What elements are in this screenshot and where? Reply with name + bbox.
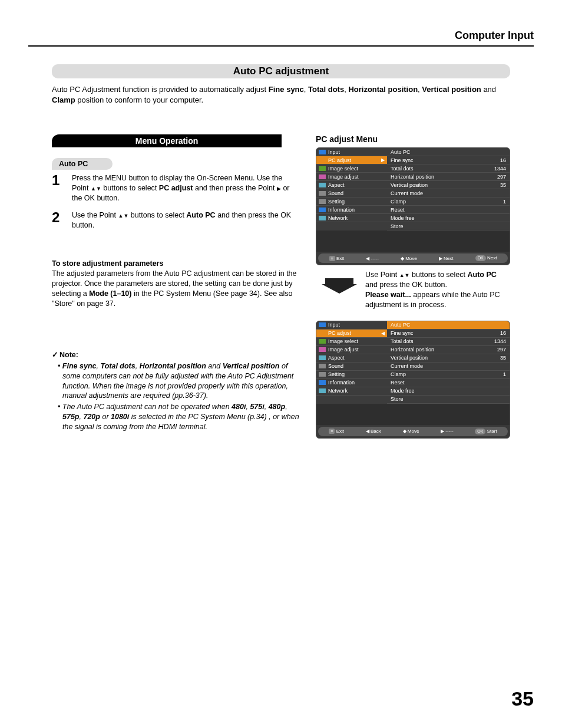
step-number: 2 <box>52 210 72 230</box>
menu-icon <box>319 216 326 220</box>
triangle-up-icon <box>91 184 96 192</box>
step-2: 2 Use the Point buttons to select Auto P… <box>52 210 300 230</box>
page-header: Computer Input <box>28 29 534 42</box>
menu-item: Image select <box>328 338 358 344</box>
menu-icon <box>319 322 326 327</box>
menu-item: Information <box>328 207 355 213</box>
osd-footer: ≡ Exit ◀ ----- ◆ Move ▶ Next OK Next <box>318 253 508 263</box>
autopc-label: Auto PC <box>52 158 113 170</box>
step-text: Use the Point buttons to select Auto PC … <box>72 210 300 230</box>
menu-item: Input <box>328 322 340 328</box>
ok-pill-icon: OK <box>475 429 485 434</box>
chevron-left-icon: ◀ <box>381 331 385 336</box>
intro-paragraph: Auto PC Adjustment function is provided … <box>52 84 510 105</box>
page-title: Auto PC adjustment <box>52 64 510 78</box>
menu-pill-icon: ≡ <box>329 256 335 261</box>
menu-item: Setting <box>328 371 345 377</box>
intro-bold: Fine sync <box>269 85 304 94</box>
menu-icon <box>319 150 326 154</box>
menu-item: Sound <box>328 363 343 369</box>
osd-right-panel: Auto PC Fine sync16 Total dots1344 Horiz… <box>387 321 510 404</box>
osd-value-label: Auto PC <box>391 149 411 155</box>
menu-icon <box>319 331 326 335</box>
menu-item: Image adjust <box>328 174 359 180</box>
osd-left-menu: Input PC adjust▶ Image select Image adju… <box>316 148 387 230</box>
step-text: Press the MENU button to display the On-… <box>72 173 300 203</box>
menu-icon <box>319 388 326 393</box>
menu-item: Input <box>328 149 340 155</box>
menu-item: Aspect <box>328 182 345 188</box>
section-label: Computer Input <box>455 29 534 41</box>
menu-operation-heading: Menu Operation <box>52 134 282 147</box>
osd-footer: ≡ Exit ◀ Back ◆ Move ▶ ----- OK Start <box>318 427 508 436</box>
arrow-down-icon <box>322 278 357 294</box>
osd-value-label-active: Auto PC <box>391 322 411 328</box>
menu-item: Image select <box>328 166 358 172</box>
menu-icon <box>319 207 326 212</box>
menu-icon <box>319 372 326 377</box>
store-body: The adjusted parameters from the Auto PC… <box>52 269 300 309</box>
menu-icon <box>319 347 326 352</box>
menu-item: Aspect <box>328 355 345 361</box>
menu-icon <box>319 174 326 179</box>
menu-pill-icon: ≡ <box>329 429 335 434</box>
menu-icon <box>319 380 326 385</box>
menu-icon <box>319 199 326 204</box>
triangle-down-icon <box>96 184 101 192</box>
menu-item: Image adjust <box>328 347 359 353</box>
triangle-up-icon <box>399 271 405 279</box>
osd-right-panel: Auto PC Fine sync16 Total dots1344 Horiz… <box>387 148 510 230</box>
menu-icon <box>319 364 326 368</box>
triangle-right-icon <box>277 184 281 192</box>
note-item: • The Auto PC adjustment can not be oper… <box>58 402 300 432</box>
menu-icon <box>319 339 326 344</box>
pc-adjust-menu-heading: PC adjust Menu <box>316 134 510 144</box>
ok-pill-icon: OK <box>475 255 486 261</box>
menu-item: Network <box>328 388 348 394</box>
step-number: 1 <box>52 173 72 203</box>
menu-item: Sound <box>328 190 343 196</box>
menu-item: Network <box>328 215 348 221</box>
page-number: 35 <box>511 687 534 710</box>
mid-instruction: Use Point buttons to select Auto PC and … <box>365 270 510 310</box>
note-item: • Fine sync, Total dots, Horizontal posi… <box>58 361 300 401</box>
svg-marker-0 <box>322 278 357 294</box>
intro-text: Auto PC Adjustment function is provided … <box>52 85 269 94</box>
store-heading: To store adjustment parameters <box>52 259 300 268</box>
menu-item-selected: PC adjust <box>328 330 351 336</box>
chevron-right-icon: ▶ <box>381 157 385 163</box>
left-column: Menu Operation Auto PC 1 Press the MENU … <box>52 134 300 439</box>
menu-item: Information <box>328 380 355 386</box>
menu-item: Setting <box>328 199 345 205</box>
osd-screenshot-2: Input PC adjust◀ Image select Image adju… <box>316 321 510 439</box>
step-1: 1 Press the MENU button to display the O… <box>52 173 300 203</box>
menu-icon <box>319 355 326 360</box>
menu-item-selected: PC adjust <box>328 157 351 163</box>
note-heading: Note: <box>52 351 78 359</box>
right-column: PC adjust Menu Input PC adjust▶ Image se… <box>316 134 510 439</box>
menu-icon <box>319 158 326 163</box>
menu-icon <box>319 183 326 187</box>
header-rule <box>28 45 534 47</box>
note-block: Note: • Fine sync, Total dots, Horizonta… <box>52 350 300 432</box>
osd-left-menu: Input PC adjust◀ Image select Image adju… <box>316 321 387 404</box>
triangle-down-icon <box>405 271 410 279</box>
menu-icon <box>319 166 326 171</box>
osd-screenshot-1: Input PC adjust▶ Image select Image adju… <box>316 147 510 265</box>
menu-icon <box>319 191 326 196</box>
